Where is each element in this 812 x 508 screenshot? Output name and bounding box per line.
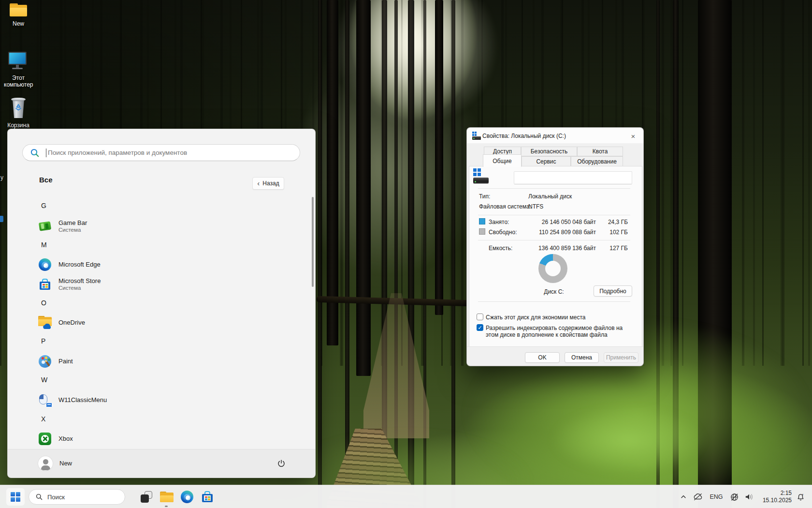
filesystem-value: NTFS — [528, 203, 543, 210]
ok-button[interactable]: OK — [525, 352, 560, 363]
user-avatar[interactable] — [38, 456, 53, 471]
tab-label: Квота — [593, 148, 608, 155]
bell-dnd-icon: z — [797, 493, 805, 501]
volume-label-input[interactable] — [514, 171, 632, 184]
section-letter-o[interactable]: O — [41, 299, 55, 307]
close-button[interactable]: × — [628, 131, 638, 141]
separator — [478, 188, 630, 189]
forest-path — [363, 293, 429, 438]
search-input[interactable]: Поиск приложений, параметров и документо… — [22, 144, 300, 161]
mouse-icon — [39, 394, 52, 407]
tab-quota[interactable]: Квота — [577, 147, 623, 156]
onedrive-tray-button[interactable] — [690, 493, 706, 501]
app-item-xbox[interactable]: Xbox — [38, 431, 290, 447]
type-label: Тип: — [479, 193, 490, 200]
free-size: 102 ГБ — [598, 229, 628, 236]
task-view-button[interactable] — [139, 489, 154, 505]
app-item-microsoft-store[interactable]: Microsoft Store Система — [38, 276, 290, 293]
tray-overflow-button[interactable] — [677, 493, 690, 500]
index-files-checkbox[interactable]: ✓ — [477, 324, 483, 331]
tree-trunk — [356, 0, 371, 376]
network-tray-button[interactable] — [727, 493, 741, 502]
start-button[interactable] — [6, 488, 25, 506]
drive-icon-large — [473, 168, 491, 185]
tree-trunk — [345, 0, 349, 508]
apply-button[interactable]: Применить — [604, 352, 638, 363]
filesystem-label: Файловая система: — [479, 203, 531, 210]
tab-label: Общие — [493, 158, 511, 164]
type-value: Локальный диск — [528, 193, 572, 200]
apply-button-label: Применить — [606, 354, 636, 361]
tab-tools[interactable]: Сервис — [522, 156, 571, 166]
app-name: Xbox — [58, 435, 73, 442]
start-search-panel: Поиск приложений, параметров и документо… — [7, 129, 316, 478]
notifications-button[interactable]: z — [792, 493, 809, 501]
tab-general[interactable]: Общие — [483, 154, 522, 167]
compress-disk-checkbox[interactable] — [477, 314, 483, 320]
language-indicator[interactable]: ENG — [706, 493, 727, 500]
app-item-w11classicmenu[interactable]: W11ClassicMenu — [38, 392, 290, 408]
section-letter-m[interactable]: M — [41, 241, 55, 249]
used-space-legend-swatch — [479, 218, 485, 224]
taskbar-search-label: Поиск — [47, 493, 65, 501]
free-space-legend-swatch — [479, 228, 485, 235]
desktop-icon-label: Корзина — [4, 122, 33, 129]
start-menu-footer: New — [8, 449, 315, 478]
start-menu-scrollbar[interactable] — [312, 197, 314, 287]
onedrive-icon — [38, 316, 52, 329]
tree-trunk — [318, 0, 322, 508]
app-subtitle: Система — [58, 227, 81, 233]
clock[interactable]: 2:15 15.10.2025 — [757, 490, 792, 504]
details-button[interactable]: Подробно — [594, 285, 632, 297]
separator — [478, 240, 630, 240]
back-button[interactable]: ‹ Назад — [252, 177, 284, 190]
section-letter-p[interactable]: P — [41, 337, 55, 345]
dialog-title: Свойства: Локальный диск (C:) — [482, 133, 566, 139]
desktop-icon-new-folder[interactable]: New — [4, 2, 33, 27]
taskbar-search[interactable]: Поиск — [29, 489, 125, 505]
app-name: Microsoft Edge — [58, 261, 101, 268]
app-item-onedrive[interactable]: OneDrive — [38, 314, 290, 331]
ok-button-label: OK — [538, 354, 546, 361]
user-name[interactable]: New — [59, 460, 72, 467]
cancel-button[interactable]: Отмена — [565, 352, 599, 363]
capacity-bytes: 136 400 859 136 байт — [515, 245, 596, 252]
windows-logo-icon — [11, 492, 20, 502]
close-icon: × — [631, 132, 636, 140]
used-bytes: 26 146 050 048 байт — [515, 219, 596, 225]
computer-icon — [8, 51, 29, 71]
tab-label: Оборудование — [577, 158, 617, 165]
store-button[interactable] — [200, 489, 215, 505]
capacity-label: Емкость: — [489, 245, 512, 252]
dialog-titlebar[interactable]: Свойства: Локальный диск (C:) × — [467, 128, 643, 144]
tab-security[interactable]: Безопасность — [521, 147, 577, 156]
section-letter-g[interactable]: G — [41, 202, 55, 209]
desktop-icon-recycle-bin[interactable]: Корзина — [4, 98, 33, 129]
search-placeholder: Поиск приложений, параметров и документо… — [48, 149, 187, 156]
check-icon: ✓ — [478, 325, 482, 330]
power-button[interactable] — [274, 456, 289, 471]
file-explorer-button[interactable] — [159, 489, 174, 505]
app-subtitle: Система — [58, 285, 81, 291]
folder-icon — [160, 492, 174, 502]
app-item-microsoft-edge[interactable]: Microsoft Edge — [38, 256, 290, 273]
app-name: OneDrive — [58, 319, 85, 326]
compress-disk-label[interactable]: Сжать этот диск для экономии места — [486, 314, 631, 321]
tab-hardware[interactable]: Оборудование — [571, 156, 623, 166]
onedrive-paused-icon — [693, 493, 703, 501]
edge-button[interactable] — [179, 489, 195, 505]
tree-trunk — [435, 0, 443, 315]
hidden-desktop-label-fragment: у — [0, 174, 3, 181]
index-files-label[interactable]: Разрешить индексировать содержимое файло… — [486, 325, 630, 338]
volume-tray-button[interactable] — [741, 493, 757, 501]
app-name: Paint — [58, 358, 73, 365]
app-item-game-bar[interactable]: Game Bar Система — [38, 218, 290, 235]
recycle-arrows-icon — [15, 104, 22, 111]
section-letter-x[interactable]: X — [41, 415, 55, 423]
app-item-paint[interactable]: Paint — [38, 353, 290, 370]
back-button-label: Назад — [262, 180, 279, 187]
desktop-icon-this-pc[interactable]: Этот компьютер — [4, 51, 33, 88]
speaker-icon — [744, 493, 754, 501]
section-letter-w[interactable]: W — [41, 376, 55, 384]
taskbar: Поиск ENG — [0, 485, 812, 508]
